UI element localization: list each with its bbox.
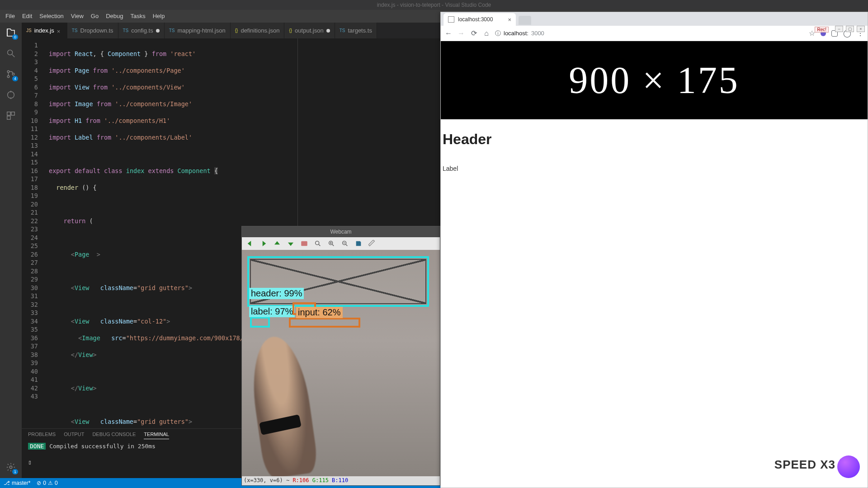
tab-output-json[interactable]: {}output.json xyxy=(284,23,335,38)
info-icon[interactable]: ⓘ xyxy=(495,29,501,38)
svg-point-11 xyxy=(9,466,12,469)
panel-tab-output[interactable]: OUTPUT xyxy=(64,432,84,439)
svg-rect-12 xyxy=(301,241,307,246)
maximize-button[interactable]: ▢ xyxy=(846,26,854,32)
git-branch[interactable]: ⎇ master* xyxy=(4,480,30,486)
image-icon[interactable] xyxy=(299,239,310,249)
svg-rect-9 xyxy=(11,112,14,115)
browser-tab-strip: localhost:3000 × xyxy=(441,12,868,26)
menu-file[interactable]: File xyxy=(2,10,19,23)
webcam-title: Webcam xyxy=(242,226,440,237)
reload-icon[interactable]: ⟳ xyxy=(470,29,478,38)
svg-rect-8 xyxy=(7,112,10,115)
detection-label-header: header: 99% xyxy=(249,288,304,299)
close-tab-icon[interactable]: × xyxy=(508,16,511,23)
close-icon[interactable]: × xyxy=(57,28,62,33)
hero-placeholder-image: 900 × 175 xyxy=(441,41,868,119)
webcam-view: header: 99% label: 97% input: 62% xyxy=(242,250,440,476)
tab-index-js[interactable]: JSindex.js× xyxy=(22,23,67,38)
menu-edit[interactable]: Edit xyxy=(19,10,36,23)
detection-box-input xyxy=(289,318,360,328)
compile-message: Compiled successfully in 250ms xyxy=(46,443,156,450)
nav-back-icon[interactable] xyxy=(245,239,255,249)
url-field[interactable]: ⓘ localhost:3000 xyxy=(495,29,804,38)
speed-overlay: SPEED X3 xyxy=(774,458,835,472)
page-label: Label xyxy=(443,165,868,172)
explorer-icon[interactable]: 0 xyxy=(5,26,17,39)
save-icon[interactable] xyxy=(353,239,364,249)
vscode-title-bar: index.js - vision-to-teleport - Visual S… xyxy=(0,0,868,10)
nav-up-icon[interactable] xyxy=(272,239,283,249)
svg-line-18 xyxy=(332,244,334,246)
compile-status-badge: DONE xyxy=(28,443,46,450)
svg-point-3 xyxy=(7,75,9,78)
speed-orb-icon[interactable] xyxy=(837,455,860,478)
zoom-fit-icon[interactable] xyxy=(312,239,323,249)
webcam-toolbar xyxy=(242,237,440,250)
scm-icon[interactable]: 4 xyxy=(5,68,17,80)
back-icon[interactable]: ← xyxy=(444,29,453,38)
new-tab-button[interactable] xyxy=(519,16,531,25)
detection-label-input: input: 62% xyxy=(296,307,343,318)
menu-selection[interactable]: Selection xyxy=(36,10,67,23)
address-bar: ← → ⟳ ⌂ ⓘ localhost:3000 ☆ ◯ ⋮ xyxy=(441,26,868,41)
svg-point-0 xyxy=(8,50,13,55)
browser-tab-title: localhost:3000 xyxy=(458,16,493,23)
favicon-icon xyxy=(448,16,454,23)
nav-forward-icon[interactable] xyxy=(258,239,269,249)
dirty-indicator xyxy=(156,29,160,33)
minimize-button[interactable]: – xyxy=(835,26,843,32)
settings-gear-icon[interactable]: 1 xyxy=(5,461,17,474)
window-controls: – ▢ × xyxy=(835,26,865,32)
tab-mapping-html-json[interactable]: TSmapping-html.json xyxy=(165,23,231,38)
status-errors[interactable]: ⊘ 0 ⚠ 0 xyxy=(37,480,57,486)
zoom-out-icon[interactable] xyxy=(340,239,350,249)
detection-box-header xyxy=(247,256,429,307)
forward-icon: → xyxy=(457,29,465,38)
tab-definitions-json[interactable]: {}definitions.json xyxy=(231,23,285,38)
panel-tab-terminal[interactable]: TERMINAL xyxy=(144,432,169,439)
webcam-window: Webcam header: 99% label: 97% input: 62%… xyxy=(241,226,440,486)
settings-badge: 1 xyxy=(12,469,18,474)
brush-icon[interactable] xyxy=(367,239,377,249)
browser-tab-localhost[interactable]: localhost:3000 × xyxy=(443,13,516,26)
recording-badge: Rec! xyxy=(815,27,829,33)
detection-box-label xyxy=(250,317,270,328)
tab-targets-ts[interactable]: TStargets.ts xyxy=(335,23,377,38)
svg-point-2 xyxy=(7,70,9,73)
panel-tab-problems[interactable]: PROBLEMS xyxy=(28,432,56,439)
menu-go[interactable]: Go xyxy=(87,10,102,23)
scm-badge: 4 xyxy=(12,76,18,81)
close-button[interactable]: × xyxy=(857,26,865,32)
svg-point-5 xyxy=(8,92,14,99)
zoom-in-icon[interactable] xyxy=(326,239,337,249)
panel-tab-debug-console[interactable]: DEBUG CONSOLE xyxy=(92,432,136,439)
rendered-page: 900 × 175 Header Label xyxy=(441,41,868,172)
bookmark-star-icon[interactable]: ☆ xyxy=(809,29,815,38)
debug-icon[interactable] xyxy=(5,89,17,101)
menu-view[interactable]: View xyxy=(67,10,87,23)
page-heading: Header xyxy=(443,131,868,148)
svg-line-21 xyxy=(346,244,347,246)
menu-tasks[interactable]: Tasks xyxy=(127,10,149,23)
browser-window: Rec! – ▢ × localhost:3000 × ← → ⟳ ⌂ ⓘ lo… xyxy=(440,12,868,488)
search-icon[interactable] xyxy=(5,47,17,60)
webcam-status-bar: (x=330, v=6) ~ R:106 G:115 B:110 xyxy=(242,476,440,485)
home-icon[interactable]: ⌂ xyxy=(482,29,491,38)
svg-line-1 xyxy=(12,55,15,57)
svg-rect-10 xyxy=(7,116,10,119)
tab-config-ts[interactable]: TSconfig.ts xyxy=(118,23,165,38)
line-gutter: 1234567891011121314151617181920212223242… xyxy=(22,38,43,428)
svg-line-14 xyxy=(319,244,320,246)
hand-image xyxy=(246,333,319,476)
menu-help[interactable]: Help xyxy=(149,10,169,23)
nav-down-icon[interactable] xyxy=(285,239,296,249)
tab-dropdown-ts[interactable]: TSDropdown.ts xyxy=(67,23,118,38)
explorer-badge: 0 xyxy=(12,34,18,40)
extensions-icon[interactable] xyxy=(5,109,17,122)
dirty-indicator xyxy=(326,29,330,33)
activity-bar: 0 4 1 xyxy=(0,23,22,478)
menu-debug[interactable]: Debug xyxy=(102,10,127,23)
detection-label-label: label: 97% xyxy=(249,306,295,317)
svg-point-13 xyxy=(316,241,319,245)
